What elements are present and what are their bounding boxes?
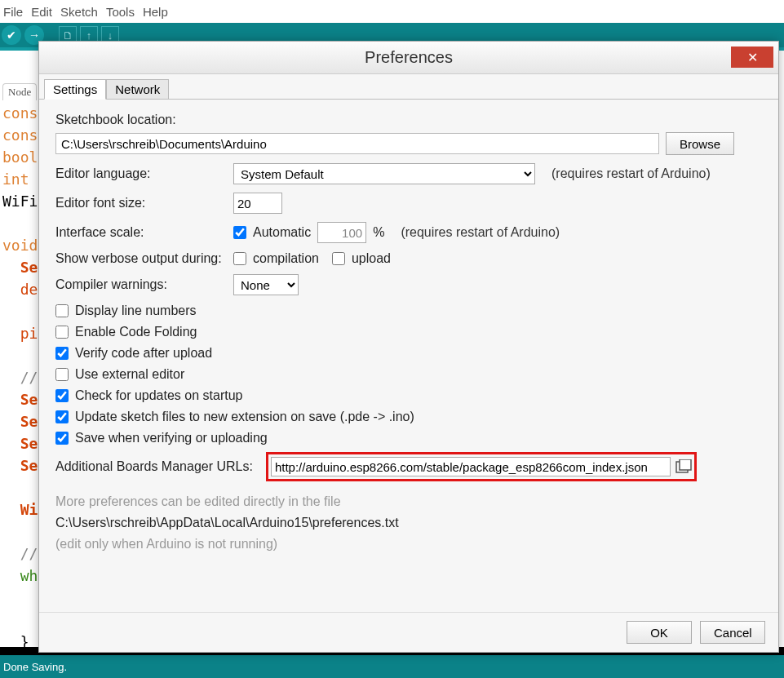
menubar: File Edit Sketch Tools Help [0,0,784,23]
compiler-warnings-label: Compiler warnings: [55,277,227,292]
status-bar: Done Saving. [0,655,784,678]
dialog-footer: OK Cancel [39,612,778,652]
verbose-upload-label: upload [352,251,391,266]
pref-checkbox-4[interactable] [55,389,69,402]
prefs-edit-note: (edit only when Arduino is not running) [55,537,762,552]
pref-checkbox-label-3: Use external editor [75,367,184,382]
status-text: Done Saving. [3,661,67,673]
tab-settings[interactable]: Settings [44,79,106,100]
font-size-input[interactable] [233,193,282,214]
browse-button[interactable]: Browse [666,132,734,155]
verbose-compile-checkbox[interactable] [233,252,246,265]
verbose-label: Show verbose output during: [55,251,227,266]
boards-urls-label: Additional Boards Manager URLs: [55,459,253,474]
verify-icon[interactable]: ✔ [2,25,21,45]
ok-button[interactable]: OK [627,621,692,644]
menu-file[interactable]: File [3,5,23,19]
pref-checkbox-label-4: Check for updates on startup [75,388,242,403]
scale-value-input [317,222,366,243]
scale-auto-label: Automatic [253,225,311,240]
menu-help[interactable]: Help [143,5,168,19]
preferences-dialog: Preferences ✕ Settings Network Sketchboo… [38,41,779,653]
pref-checkbox-label-6: Save when verifying or uploading [75,431,268,445]
pref-checkbox-5[interactable] [55,410,69,423]
sketchbook-path-input[interactable] [55,133,659,154]
interface-scale-label: Interface scale: [55,225,227,240]
pref-checkbox-0[interactable] [55,304,69,317]
font-size-label: Editor font size: [55,196,227,210]
editor-tab[interactable]: Node [2,83,37,100]
svg-rect-1 [680,459,691,470]
cancel-button[interactable]: Cancel [700,621,765,644]
edit-urls-icon[interactable] [675,459,692,474]
editor-language-select[interactable]: System Default [233,163,535,184]
pref-checkbox-2[interactable] [55,347,69,360]
pref-checkbox-1[interactable] [55,326,69,339]
code-area: Node cons cons bool int WiFi void Se de … [0,57,41,675]
close-button[interactable]: ✕ [731,47,773,68]
pref-checkbox-label-5: Update sketch files to new extension on … [75,410,414,424]
boards-urls-highlight [266,452,697,481]
verbose-compile-label: compilation [253,251,319,266]
pref-checkbox-label-1: Enable Code Folding [75,325,197,339]
restart-hint-1: (requires restart of Arduino) [551,166,711,181]
tab-network[interactable]: Network [106,79,169,100]
pref-checkbox-label-0: Display line numbers [75,304,197,318]
menu-edit[interactable]: Edit [31,5,52,19]
verbose-upload-checkbox[interactable] [332,252,345,265]
more-prefs-note: More preferences can be edited directly … [55,494,762,509]
settings-panel: Sketchbook location: Browse Editor langu… [39,100,778,612]
dialog-title: Preferences [365,48,453,67]
restart-hint-2: (requires restart of Arduino) [401,225,560,240]
menu-sketch[interactable]: Sketch [60,5,98,19]
editor-language-label: Editor language: [55,166,227,181]
boards-urls-input[interactable] [271,457,671,476]
menu-tools[interactable]: Tools [106,5,135,19]
sketchbook-label: Sketchbook location: [55,113,762,127]
titlebar: Preferences ✕ [39,42,778,74]
percent-label: % [373,225,384,240]
close-icon: ✕ [747,50,758,65]
pref-checkbox-3[interactable] [55,368,69,381]
compiler-warnings-select[interactable]: None [233,274,299,295]
prefs-path[interactable]: C:\Users\rschreib\AppData\Local\Arduino1… [55,516,762,530]
scale-auto-checkbox[interactable] [233,226,246,239]
pref-checkbox-6[interactable] [55,432,69,445]
tab-bar: Settings Network [39,74,778,100]
pref-checkbox-label-2: Verify code after upload [75,346,212,361]
